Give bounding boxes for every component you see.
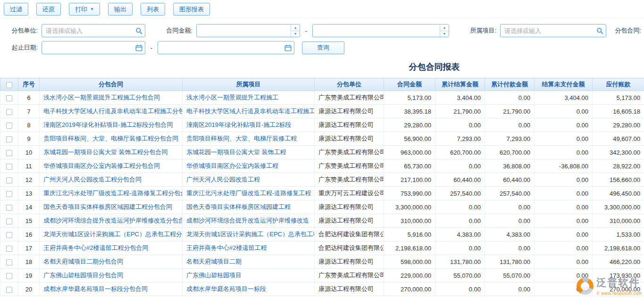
filter-button[interactable]: 过滤 <box>4 3 28 16</box>
row-checkbox[interactable] <box>6 164 12 170</box>
row-checkbox[interactable] <box>6 136 12 142</box>
col-header-payable: 应付账款 <box>593 78 644 91</box>
amount-cell: 217,100.00 <box>384 173 435 187</box>
row-checkbox-cell <box>0 214 18 228</box>
spinner-down-icon[interactable]: ▼ <box>440 31 449 37</box>
unpaid-amount-cell: 0.00 <box>535 241 593 255</box>
row-checkbox-cell <box>0 173 18 187</box>
row-number-cell: 7 <box>18 105 40 118</box>
project-link[interactable]: 贵阳项目样板间、大堂、电梯厅装修工程 <box>183 132 315 146</box>
paid-amount-cell: 0.00 <box>485 91 535 105</box>
spinner-down-icon[interactable]: ▼ <box>291 31 300 37</box>
project-link[interactable]: 成都水岸华庭名苑项目一标段 <box>183 282 315 296</box>
reset-button[interactable]: 还原 <box>36 3 61 16</box>
project-link[interactable]: 名都天府城项目二期 <box>183 255 315 269</box>
amount-max-input[interactable] <box>312 24 449 37</box>
search-button-label: 查询 <box>317 43 329 52</box>
amount-min-input[interactable] <box>196 24 300 37</box>
unit-cell: 合肥达柯建设集团有限公司 <box>315 228 384 241</box>
row-number-cell: 16 <box>18 228 40 241</box>
graph-report-button[interactable]: 图形报表 <box>173 3 210 16</box>
row-checkbox[interactable] <box>6 232 12 238</box>
row-checkbox-cell <box>0 159 18 173</box>
project-link[interactable]: 广东佛山碧桂园项目 <box>183 269 315 282</box>
calendar-icon[interactable] <box>135 44 142 51</box>
table-row: 11华侨城项目南区办公室内装修工程分包合同华侨城项目南区办公室内装修工程广东赞美… <box>0 159 644 173</box>
project-link[interactable]: 成都沙河环境综合提升改造运河护岸维修改造 <box>183 214 315 228</box>
amount-range-separator: - <box>300 27 312 34</box>
contract-link[interactable]: 成都水岸华庭名苑项目一标段分包合同 <box>40 282 183 296</box>
paid-amount-cell: 21,790.00 <box>485 105 535 118</box>
contract-link[interactable]: 龙湖天街城1区设计采购施工（EPC）总承包工程分包合同 <box>40 228 183 241</box>
row-number-cell: 20 <box>18 282 40 296</box>
row-checkbox[interactable] <box>6 95 12 101</box>
settled-amount-cell: 0.00 <box>435 159 485 173</box>
contract-link[interactable]: 贵阳项目样板间、大堂、电梯厅装修工程分包合同 <box>40 132 183 146</box>
contract-link[interactable]: 东城花园一期项目公寓大堂 装饰工程分包合同 <box>40 146 183 159</box>
table-row: 17王府井商务中心#2楼遗留工程分包合同王府井商务中心#2楼遗留工程合肥达柯建设… <box>0 241 644 255</box>
spinner-up-icon[interactable]: ▲ <box>291 25 300 31</box>
row-checkbox[interactable] <box>6 150 12 156</box>
col-header-no: 序号 <box>18 78 40 91</box>
project-link[interactable]: 重庆江北污水处理厂级改造工程-道路修复工程 <box>183 187 315 200</box>
row-checkbox[interactable] <box>6 273 12 279</box>
amount-cell: 5,916.00 <box>384 228 435 241</box>
contract-link[interactable]: 广州天河人民公园改造工程分包合同 <box>40 173 183 187</box>
contract-link[interactable]: 重庆江北污水处理厂级改造工程-道路修复工程分包合同 <box>40 187 183 200</box>
date-to-input[interactable] <box>158 41 294 54</box>
payable-cell: 2,198,618.00 <box>593 241 644 255</box>
contract-link[interactable]: 广东佛山碧桂园项目分包合同 <box>40 269 183 282</box>
spinner-up-icon[interactable]: ▲ <box>440 25 449 31</box>
contract-link[interactable]: 名都天府城项目二期分包合同 <box>40 255 183 269</box>
contract-link[interactable]: 电子科技大学区域人行道及非机动车道工程施工分包合同 <box>40 105 183 118</box>
contract-link[interactable]: 潼南区2019年绿化补贴项目-施工2标段分包合同 <box>40 118 183 132</box>
print-button[interactable]: 打印▼ <box>69 3 100 16</box>
table-row: 14国色天香项目实体样板房区域园建工程分包合同国色天香项目实体样板房区域园建工程… <box>0 200 644 214</box>
row-checkbox-cell <box>0 228 18 241</box>
row-checkbox[interactable] <box>6 123 12 129</box>
subcontract-unit-input[interactable] <box>42 24 145 37</box>
search-button[interactable]: 查询 <box>302 41 344 54</box>
export-button[interactable]: 输出 <box>108 3 133 16</box>
col-header-settled: 累计结算金额 <box>435 78 485 91</box>
project-link[interactable]: 电子科技大学区域人行道及非机动车道工程施工 <box>183 105 315 118</box>
project-link[interactable]: 王府井商务中心#2楼遗留工程 <box>183 241 315 255</box>
payable-cell: 466,220.00 <box>593 255 644 269</box>
contract-link[interactable]: 国色天香项目实体样板房区域园建工程分包合同 <box>40 200 183 214</box>
project-input[interactable] <box>500 24 606 37</box>
project-link[interactable]: 广州天河人民公园改造工程 <box>183 173 315 187</box>
row-checkbox[interactable] <box>6 259 12 265</box>
row-checkbox[interactable] <box>6 191 12 197</box>
row-checkbox[interactable] <box>6 287 12 293</box>
contract-link[interactable]: 王府井商务中心#2楼遗留工程分包合同 <box>40 241 183 255</box>
row-checkbox[interactable] <box>6 177 12 183</box>
contract-link[interactable]: 浅水湾小区一期景观提升工程施工分包合同 <box>40 91 183 105</box>
contract-link[interactable]: 华侨城项目南区办公室内装修工程分包合同 <box>40 159 183 173</box>
project-link[interactable]: 国色天香项目实体样板房区域园建工程 <box>183 200 315 214</box>
row-checkbox-cell <box>0 282 18 296</box>
list-view-button[interactable]: 列表 <box>141 3 165 16</box>
project-link[interactable]: 浅水湾小区一期景观提升工程施工 <box>183 91 315 105</box>
search-icon[interactable] <box>596 27 603 34</box>
row-checkbox[interactable] <box>6 109 12 115</box>
amount-cell: 2,198,618.00 <box>384 241 435 255</box>
settled-amount-cell: 4,383.00 <box>435 228 485 241</box>
row-checkbox-cell <box>0 105 18 118</box>
subcontract-unit-picker <box>42 24 145 37</box>
row-number-cell: 14 <box>18 200 40 214</box>
settled-amount-cell: 620,700.00 <box>435 146 485 159</box>
paid-amount-cell: 620,700.00 <box>485 146 535 159</box>
date-from-input[interactable] <box>42 41 145 54</box>
search-icon[interactable] <box>135 27 142 34</box>
row-checkbox[interactable] <box>6 246 12 252</box>
calendar-icon[interactable] <box>284 44 292 51</box>
row-checkbox[interactable] <box>6 218 12 224</box>
unit-cell: 广东赞美成工程有限公司 <box>315 159 384 173</box>
project-link[interactable]: 华侨城项目南区办公室内装修工程 <box>183 159 315 173</box>
row-checkbox[interactable] <box>6 205 12 211</box>
project-link[interactable]: 东城花园一期项目公寓大堂 装饰工程 <box>183 146 315 159</box>
project-link[interactable]: 龙湖天街城1区设计采购施工（EPC）总承包工程 <box>183 228 315 241</box>
project-link[interactable]: 潼南区2019年绿化补贴项目-施工2标段 <box>183 118 315 132</box>
contract-link[interactable]: 成都沙河环境综合提升改造运河护岸维修改造分包合同 <box>40 214 183 228</box>
select-all-checkbox[interactable] <box>6 82 12 88</box>
